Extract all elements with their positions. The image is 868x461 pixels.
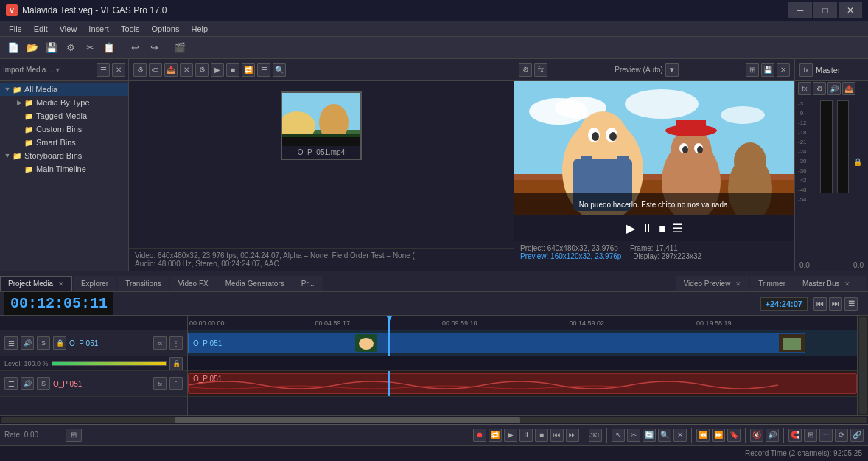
- menu-view[interactable]: View: [54, 23, 83, 35]
- preview-gear-btn[interactable]: ⚙: [519, 63, 532, 77]
- audio-track-area[interactable]: O_P 051: [188, 371, 857, 397]
- snap-btn[interactable]: 🧲: [788, 429, 802, 442]
- menu-edit[interactable]: Edit: [28, 23, 54, 35]
- settings-button[interactable]: ⚙: [62, 39, 80, 57]
- media-close-btn[interactable]: ✕: [112, 63, 125, 77]
- timeline-prev-btn[interactable]: ⏮: [813, 297, 827, 311]
- audio-clip-main[interactable]: O_P 051: [188, 373, 857, 394]
- menu-tools[interactable]: Tools: [115, 23, 146, 35]
- track-more-btn-v[interactable]: ⋮: [169, 336, 183, 350]
- new-button[interactable]: 📄: [4, 39, 22, 57]
- tree-item-storyboard-bins[interactable]: ▼ 📁 Storyboard Bins: [0, 149, 128, 162]
- preview-more-btn[interactable]: ☰: [672, 221, 682, 235]
- center-gear-btn[interactable]: ⚙: [195, 63, 209, 77]
- save-button[interactable]: 💾: [43, 39, 60, 57]
- center-tag-btn[interactable]: 🏷: [149, 63, 162, 77]
- track-fx-btn-a[interactable]: fx: [153, 377, 167, 390]
- track-mute-btn-v[interactable]: 🔊: [21, 336, 34, 350]
- timeline-menu-btn[interactable]: ☰: [844, 297, 858, 311]
- vscroll-thumb[interactable]: [859, 317, 867, 414]
- timeline-play-btn[interactable]: ⏭: [829, 297, 842, 311]
- tab-project-media[interactable]: Project Media ✕: [0, 276, 72, 291]
- video-clip-main[interactable]: O_P 051: [188, 333, 805, 353]
- tree-item-main-timeline[interactable]: 📁 Main Timeline: [0, 162, 128, 176]
- track-solo-btn-v[interactable]: S: [37, 336, 50, 350]
- loop-btn[interactable]: 🔁: [489, 429, 502, 442]
- menu-insert[interactable]: Insert: [83, 23, 115, 35]
- media-thumbnail[interactable]: O_P_051.mp4: [281, 91, 362, 160]
- track-menu-btn-v[interactable]: ☰: [4, 336, 18, 350]
- mixer-send-btn[interactable]: 📤: [842, 82, 855, 95]
- close-button[interactable]: ✕: [839, 2, 862, 18]
- center-stop-btn[interactable]: ■: [226, 63, 239, 77]
- tree-item-smart-bins[interactable]: 📁 Smart Bins: [0, 136, 128, 149]
- menu-file[interactable]: File: [3, 23, 28, 35]
- center-settings-btn[interactable]: ⚙: [133, 63, 147, 77]
- stop-btn[interactable]: ■: [535, 429, 548, 442]
- import-media-btn[interactable]: Import Media...: [3, 66, 52, 74]
- next-marker-btn[interactable]: ⏩: [712, 429, 725, 442]
- tree-item-tagged-media[interactable]: 📁 Tagged Media: [0, 109, 128, 122]
- preview-close-btn[interactable]: ✕: [777, 63, 790, 77]
- delete-btn[interactable]: ✕: [673, 429, 687, 442]
- track-solo-btn-a[interactable]: S: [37, 377, 50, 390]
- titlebar-controls[interactable]: ─ □ ✕: [788, 2, 862, 18]
- tab-vp-close[interactable]: ✕: [735, 280, 741, 288]
- next-frame-btn[interactable]: ⏭: [566, 429, 579, 442]
- undo-button[interactable]: ↩: [126, 39, 144, 57]
- level-slider[interactable]: [52, 361, 167, 366]
- tab-pr[interactable]: Pr...: [293, 276, 323, 291]
- tree-item-media-by-type[interactable]: ▶ 📁 Media By Type: [0, 96, 128, 109]
- track-fx-btn-v[interactable]: fx: [153, 336, 167, 350]
- render-button[interactable]: 🎬: [171, 39, 189, 57]
- preview-dropdown-btn[interactable]: ▼: [665, 63, 679, 77]
- video-track-area[interactable]: O_P 051: [188, 330, 857, 356]
- ripple-btn[interactable]: 〰: [819, 429, 833, 442]
- track-mute-btn-a[interactable]: 🔊: [21, 377, 34, 390]
- media-toolbar-dropdown[interactable]: ▼: [55, 66, 61, 74]
- center-delete-btn[interactable]: ✕: [180, 63, 193, 77]
- tab-video-preview[interactable]: Video Preview ✕: [676, 276, 750, 291]
- tab-trimmer[interactable]: Trimmer: [750, 276, 794, 291]
- preview-save-btn[interactable]: 💾: [761, 63, 774, 77]
- track-lock-btn-v[interactable]: 🔒: [53, 336, 66, 350]
- center-zoom-btn[interactable]: 🔍: [273, 63, 286, 77]
- zoom-in-btn[interactable]: 🔍: [658, 429, 671, 442]
- mixer-bus-btn[interactable]: 🔊: [827, 82, 841, 95]
- track-menu-btn-a[interactable]: ☰: [4, 377, 18, 390]
- open-button[interactable]: 📂: [24, 39, 41, 57]
- preview-grid-btn[interactable]: ⊞: [746, 63, 759, 77]
- center-loop-btn[interactable]: 🔁: [242, 63, 255, 77]
- tree-item-all-media[interactable]: ▼ 📁 All Media: [0, 83, 128, 96]
- sync-btn[interactable]: 🔗: [850, 429, 864, 442]
- preview-play-btn[interactable]: ▶: [626, 221, 635, 235]
- tab-explorer[interactable]: Explorer: [73, 276, 116, 291]
- mixer-fx-btn[interactable]: fx: [798, 82, 811, 95]
- grid-btn[interactable]: ⊞: [804, 429, 817, 442]
- preview-stop-btn[interactable]: ■: [659, 222, 666, 235]
- prev-frame-btn[interactable]: ⏮: [550, 429, 564, 442]
- loop-region-btn[interactable]: 🔄: [643, 429, 656, 442]
- tab-close-icon[interactable]: ✕: [58, 280, 64, 288]
- level-lock-btn[interactable]: 🔒: [169, 357, 183, 370]
- center-play-btn[interactable]: ▶: [211, 63, 224, 77]
- tab-video-fx[interactable]: Video FX: [170, 276, 217, 291]
- copy-button[interactable]: 📋: [100, 39, 118, 57]
- tab-media-generators[interactable]: Media Generators: [217, 276, 293, 291]
- center-import-btn[interactable]: 📥: [164, 63, 178, 77]
- mute-btn[interactable]: 🔇: [750, 429, 763, 442]
- split-btn[interactable]: ✂: [627, 429, 640, 442]
- record-btn[interactable]: ⏺: [473, 429, 486, 442]
- tab-transitions[interactable]: Transitions: [117, 276, 169, 291]
- track-more-btn-a[interactable]: ⋮: [169, 377, 183, 390]
- mixer-gear-btn[interactable]: ⚙: [813, 82, 826, 95]
- marker-btn[interactable]: 🔖: [727, 429, 741, 442]
- menu-help[interactable]: Help: [185, 23, 214, 35]
- vol-btn[interactable]: 🔊: [766, 429, 779, 442]
- preview-fx-btn[interactable]: fx: [534, 63, 547, 77]
- prev-marker-btn[interactable]: ⏪: [696, 429, 710, 442]
- auto-ripple-btn[interactable]: ⟳: [835, 429, 848, 442]
- tree-item-custom-bins[interactable]: 📁 Custom Bins: [0, 122, 128, 136]
- preview-pause-btn[interactable]: ⏸: [641, 222, 653, 235]
- tab-mb-close[interactable]: ✕: [844, 280, 850, 288]
